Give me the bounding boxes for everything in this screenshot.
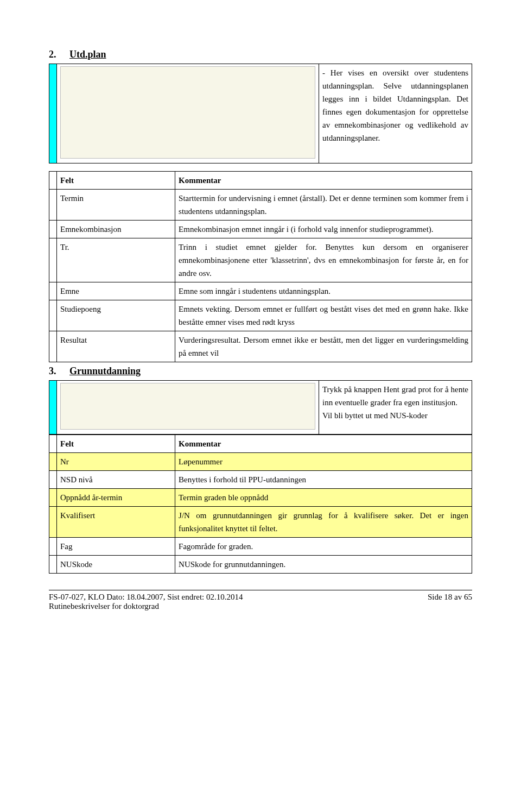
row-color-bar <box>49 190 57 221</box>
section-3-intro-text: Trykk på knappen Hent grad prot for å he… <box>319 381 472 435</box>
field-desc: Trinn i studiet emnet gjelder for. Benyt… <box>175 238 472 282</box>
section-3-title: 3. Grunnutdanning <box>49 366 472 377</box>
field-label: Studiepoeng <box>57 300 175 331</box>
row-color-bar <box>49 489 57 507</box>
page: 2. Utd.plan - Her vises en oversikt over… <box>0 0 521 633</box>
section-2-number: 2. <box>49 49 56 60</box>
row-color-bar <box>49 556 57 574</box>
col-header-kommentar: Kommentar <box>175 172 472 190</box>
field-label: NUSkode <box>57 556 175 574</box>
field-label: Nr <box>57 453 175 471</box>
row-color-bar <box>49 331 57 362</box>
field-desc: Fagområde for graden. <box>175 538 472 556</box>
row-color-bar <box>49 64 57 163</box>
row-color-bar <box>49 172 57 190</box>
section-3-number: 3. <box>49 366 56 376</box>
field-label: Resultat <box>57 331 175 362</box>
field-desc: Løpenummer <box>175 453 472 471</box>
section-2-title: 2. Utd.plan <box>49 49 472 60</box>
section-3-fields-table: Felt Kommentar Nr Løpenummer NSD nivå Be… <box>49 435 472 574</box>
field-desc: Emnekombinasjon emnet inngår i (i forhol… <box>175 221 472 238</box>
screenshot-placeholder <box>60 66 315 159</box>
row-color-bar <box>49 538 57 556</box>
row-color-bar <box>49 381 57 435</box>
section-2-intro-text: - Her vises en oversikt over studentens … <box>319 64 472 163</box>
footer-line1: FS-07-027, KLO Dato: 18.04.2007, Sist en… <box>49 593 243 602</box>
field-desc: Emnets vekting. Dersom emnet er fullført… <box>175 300 472 331</box>
section-2-fields-table: Felt Kommentar Termin Starttermin for un… <box>49 171 472 362</box>
screenshot-cell <box>57 381 319 435</box>
field-label: Kvalifisert <box>57 507 175 538</box>
field-label: Termin <box>57 190 175 221</box>
field-desc: Termin graden ble oppnådd <box>175 489 472 507</box>
section-2-intro-table: - Her vises en oversikt over studentens … <box>49 64 472 163</box>
field-label: Tr. <box>57 238 175 282</box>
field-label: NSD nivå <box>57 471 175 489</box>
row-color-bar <box>49 435 57 453</box>
field-label: Fag <box>57 538 175 556</box>
row-color-bar <box>49 238 57 282</box>
field-desc: NUSkode for grunnutdanningen. <box>175 556 472 574</box>
field-label: Oppnådd år-termin <box>57 489 175 507</box>
section-3-intro-table: Trykk på knappen Hent grad prot for å he… <box>49 380 472 435</box>
row-color-bar <box>49 507 57 538</box>
row-color-bar <box>49 221 57 238</box>
row-color-bar <box>49 453 57 471</box>
screenshot-cell <box>57 64 319 163</box>
section-3-text: Grunnutdanning <box>69 366 141 376</box>
col-header-kommentar: Kommentar <box>175 435 472 453</box>
row-color-bar <box>49 282 57 300</box>
row-color-bar <box>49 300 57 331</box>
field-desc: Vurderingsresultat. Dersom emnet ikke er… <box>175 331 472 362</box>
screenshot-placeholder <box>60 383 315 430</box>
col-header-felt: Felt <box>57 435 175 453</box>
spacer <box>49 163 472 171</box>
footer-right: Side 18 av 65 <box>428 593 472 611</box>
field-desc: J/N om grunnutdanningen gir grunnlag for… <box>175 507 472 538</box>
col-header-felt: Felt <box>57 172 175 190</box>
row-color-bar <box>49 471 57 489</box>
field-desc: Benyttes i forhold til PPU-utdanningen <box>175 471 472 489</box>
field-label: Emne <box>57 282 175 300</box>
field-desc: Emne som inngår i studentens utdanningsp… <box>175 282 472 300</box>
page-footer: FS-07-027, KLO Dato: 18.04.2007, Sist en… <box>49 590 472 611</box>
footer-left: FS-07-027, KLO Dato: 18.04.2007, Sist en… <box>49 593 243 611</box>
field-label: Emnekombinasjon <box>57 221 175 238</box>
footer-line2: Rutinebeskrivelser for doktorgrad <box>49 602 243 611</box>
section-2-text: Utd.plan <box>69 49 106 60</box>
field-desc: Starttermin for undervisning i emnet (år… <box>175 190 472 221</box>
